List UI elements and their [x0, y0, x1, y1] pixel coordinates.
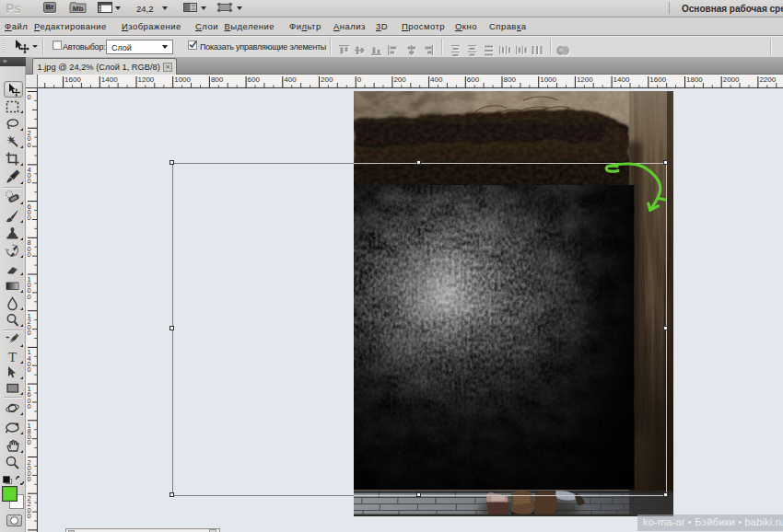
svg-text:400: 400 — [430, 75, 443, 84]
svg-text:400: 400 — [28, 166, 31, 185]
svg-text:1000: 1000 — [174, 75, 191, 84]
svg-text:1800: 1800 — [686, 75, 703, 84]
svg-text:1400: 1400 — [101, 75, 118, 84]
svg-text:2000: 2000 — [723, 75, 740, 84]
svg-text:800: 800 — [28, 238, 31, 258]
svg-text:1600: 1600 — [28, 385, 31, 411]
svg-text:1000: 1000 — [540, 75, 556, 84]
svg-text:600: 600 — [28, 202, 31, 222]
svg-text:0: 0 — [28, 93, 31, 101]
svg-text:T: T — [8, 349, 17, 364]
svg-text:1800: 1800 — [28, 422, 31, 447]
svg-text:2200: 2200 — [759, 75, 776, 84]
svg-text:600: 600 — [248, 75, 261, 84]
svg-text:800: 800 — [504, 75, 517, 84]
svg-text:1200: 1200 — [577, 75, 593, 84]
svg-text:0: 0 — [357, 75, 362, 84]
svg-text:200: 200 — [393, 75, 406, 84]
svg-text:2000: 2000 — [28, 458, 31, 484]
svg-text:1600: 1600 — [649, 75, 666, 84]
svg-text:1200: 1200 — [28, 312, 31, 338]
svg-text:600: 600 — [467, 75, 480, 84]
svg-text:2200: 2200 — [28, 494, 31, 520]
svg-text:1400: 1400 — [28, 348, 31, 374]
svg-text:1400: 1400 — [614, 75, 630, 84]
svg-text:800: 800 — [211, 75, 224, 84]
svg-text:200: 200 — [321, 75, 333, 84]
svg-text:1600: 1600 — [64, 75, 81, 84]
svg-text:400: 400 — [284, 75, 297, 84]
svg-text:1200: 1200 — [138, 75, 155, 84]
svg-text:200: 200 — [28, 129, 31, 148]
svg-text:Mb: Mb — [73, 5, 84, 13]
svg-text:1000: 1000 — [28, 275, 31, 301]
